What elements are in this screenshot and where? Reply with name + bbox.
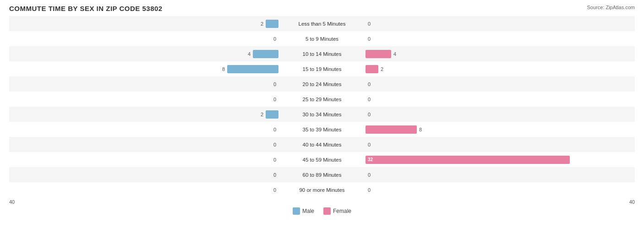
right-side-2: 4: [366, 46, 635, 61]
row-label-2: 10 to 14 Minutes: [278, 51, 366, 57]
female-bar-7: [366, 125, 417, 134]
left-side-3: 8: [9, 61, 278, 76]
female-value-11: 0: [366, 187, 376, 193]
row-label-5: 25 to 29 Minutes: [278, 97, 366, 102]
chart-title: COMMUTE TIME BY SEX IN ZIP CODE 53802: [9, 5, 635, 12]
chart-row-8: 0 40 to 44 Minutes 0: [9, 137, 635, 152]
right-side-6: 0: [366, 107, 635, 122]
chart-row-3: 8 15 to 19 Minutes 2: [9, 61, 635, 76]
male-value-11: 0: [268, 187, 278, 193]
row-label-10: 60 to 89 Minutes: [278, 172, 366, 178]
right-side-10: 0: [366, 167, 635, 182]
legend-male: Male: [293, 207, 314, 215]
female-value-10: 0: [366, 172, 376, 178]
left-side-7: 0: [9, 122, 278, 137]
chart-area: 2 Less than 5 Minutes 0 0 5 to 9 Minutes…: [9, 16, 635, 197]
axis-left: 40: [9, 199, 15, 205]
male-bar-6: [266, 110, 278, 119]
right-side-0: 0: [366, 16, 635, 31]
axis-row: 40 40: [9, 199, 635, 205]
female-color-box: [323, 207, 331, 215]
female-bar-9: 32: [366, 156, 570, 164]
axis-right: 40: [629, 199, 635, 205]
female-value-0: 0: [366, 21, 376, 27]
row-label-11: 90 or more Minutes: [278, 187, 366, 193]
right-side-4: 0: [366, 76, 635, 92]
female-bar-2: [366, 50, 391, 58]
male-bar-2: [253, 50, 278, 58]
female-bar-3: [366, 65, 378, 73]
chart-row-11: 0 90 or more Minutes 0: [9, 182, 635, 197]
female-value-1: 0: [366, 36, 376, 42]
male-color-box: [293, 207, 300, 215]
row-label-0: Less than 5 Minutes: [278, 21, 366, 27]
legend: Male Female: [9, 207, 635, 215]
right-side-5: 0: [366, 92, 635, 107]
left-side-6: 2: [9, 107, 278, 122]
female-value-3: 2: [378, 66, 388, 72]
chart-row-0: 2 Less than 5 Minutes 0: [9, 16, 635, 31]
female-value-2: 4: [391, 51, 401, 57]
right-side-1: 0: [366, 31, 635, 46]
female-value-7: 8: [417, 127, 427, 132]
male-value-9: 0: [268, 157, 278, 163]
row-label-4: 20 to 24 Minutes: [278, 81, 366, 87]
chart-row-9: 0 45 to 59 Minutes 32: [9, 152, 635, 167]
left-side-10: 0: [9, 167, 278, 182]
male-value-10: 0: [268, 172, 278, 178]
row-label-8: 40 to 44 Minutes: [278, 142, 366, 147]
male-value-3: 8: [217, 66, 227, 72]
male-value-1: 0: [268, 36, 278, 42]
left-side-4: 0: [9, 76, 278, 92]
source-text: Source: ZipAtlas.com: [587, 5, 635, 10]
chart-container: COMMUTE TIME BY SEX IN ZIP CODE 53802 So…: [0, 0, 644, 239]
left-side-1: 0: [9, 31, 278, 46]
left-side-0: 2: [9, 16, 278, 31]
left-side-9: 0: [9, 152, 278, 167]
left-side-2: 4: [9, 46, 278, 61]
male-label: Male: [302, 208, 314, 214]
chart-row-4: 0 20 to 24 Minutes 0: [9, 76, 635, 92]
right-side-7: 8: [366, 122, 635, 137]
chart-row-10: 0 60 to 89 Minutes 0: [9, 167, 635, 182]
chart-row-2: 4 10 to 14 Minutes 4: [9, 46, 635, 61]
legend-female: Female: [323, 207, 351, 215]
right-side-8: 0: [366, 137, 635, 152]
female-value-4: 0: [366, 81, 376, 87]
right-side-11: 0: [366, 182, 635, 197]
male-value-8: 0: [268, 142, 278, 147]
male-value-7: 0: [268, 127, 278, 132]
chart-row-5: 0 25 to 29 Minutes 0: [9, 92, 635, 107]
male-value-4: 0: [268, 81, 278, 87]
left-side-5: 0: [9, 92, 278, 107]
female-label: Female: [333, 208, 351, 214]
row-label-1: 5 to 9 Minutes: [278, 36, 366, 42]
male-value-0: 2: [256, 21, 266, 27]
male-value-2: 4: [243, 51, 253, 57]
female-value-8: 0: [366, 142, 376, 147]
chart-row-6: 2 30 to 34 Minutes 0: [9, 107, 635, 122]
female-value-6: 0: [366, 112, 376, 117]
right-side-9: 32: [366, 152, 635, 167]
row-label-7: 35 to 39 Minutes: [278, 127, 366, 132]
left-side-11: 0: [9, 182, 278, 197]
row-label-6: 30 to 34 Minutes: [278, 112, 366, 117]
female-value-5: 0: [366, 97, 376, 102]
male-value-5: 0: [268, 97, 278, 102]
male-bar-0: [266, 20, 278, 28]
row-label-3: 15 to 19 Minutes: [278, 66, 366, 72]
chart-row-1: 0 5 to 9 Minutes 0: [9, 31, 635, 46]
left-side-8: 0: [9, 137, 278, 152]
male-value-6: 2: [256, 112, 266, 117]
chart-row-7: 0 35 to 39 Minutes 8: [9, 122, 635, 137]
male-bar-3: [227, 65, 278, 73]
row-label-9: 45 to 59 Minutes: [278, 157, 366, 163]
right-side-3: 2: [366, 61, 635, 76]
